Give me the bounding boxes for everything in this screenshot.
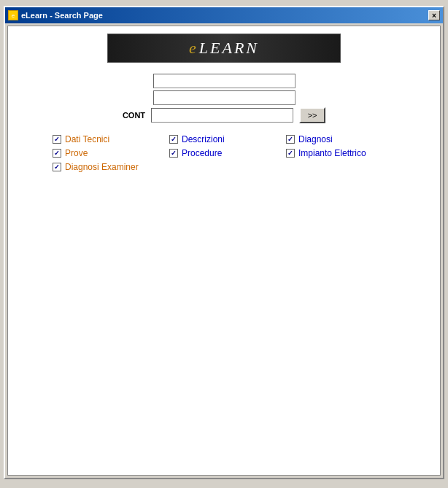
checkbox-item-descrizioni: Descrizioni (169, 134, 286, 144)
title-bar-left: e eLearn - Search Page (8, 10, 103, 20)
checkbox-item-impianto: Impianto Elettrico (286, 148, 403, 158)
checkbox-item-prove: Prove (53, 148, 169, 158)
logo-e: e (189, 39, 199, 57)
label-diagnosi-examiner: Diagnosi Examiner (65, 162, 139, 172)
checkbox-item-diagnosi: Diagnosi (286, 134, 403, 144)
logo: eLEARN (107, 34, 341, 63)
checkbox-descrizioni[interactable] (169, 135, 178, 144)
search-button[interactable]: >> (299, 107, 325, 123)
label-procedure[interactable]: Procedure (182, 148, 222, 158)
search-input-3[interactable] (151, 108, 293, 123)
app-icon: e (8, 10, 18, 20)
cont-row: CONT >> (15, 107, 433, 123)
window-content: eLEARN CONT >> Dati Tecnici Descrizioni (7, 26, 441, 476)
checkbox-item-dati-tecnici: Dati Tecnici (53, 134, 169, 144)
label-diagnosi[interactable]: Diagnosi (298, 134, 333, 144)
checkboxes-container: Dati Tecnici Descrizioni Diagnosi Prove … (53, 134, 403, 172)
checkbox-prove[interactable] (53, 149, 61, 158)
top-inputs (153, 74, 296, 105)
checkbox-diagnosi[interactable] (286, 135, 295, 144)
checkbox-item-procedure: Procedure (169, 148, 286, 158)
checkbox-diagnosi-examiner[interactable] (53, 163, 61, 171)
logo-text: eLEARN (189, 39, 259, 58)
main-window: e eLearn - Search Page × eLEARN CONT >> … (4, 6, 444, 479)
logo-learn: LEARN (199, 39, 259, 57)
label-impianto[interactable]: Impianto Elettrico (298, 148, 366, 158)
checkbox-item-diagnosi-examiner: Diagnosi Examiner (53, 162, 169, 172)
checkbox-impianto[interactable] (286, 149, 295, 158)
window-title: eLearn - Search Page (21, 11, 103, 20)
label-descrizioni[interactable]: Descrizioni (182, 134, 225, 144)
label-dati-tecnici: Dati Tecnici (65, 134, 109, 144)
label-prove: Prove (65, 148, 88, 158)
checkbox-procedure[interactable] (169, 149, 178, 158)
search-input-2[interactable] (153, 90, 296, 105)
search-input-1[interactable] (153, 74, 296, 88)
checkbox-dati-tecnici[interactable] (53, 135, 61, 144)
close-button[interactable]: × (428, 10, 440, 20)
cont-label: CONT (123, 111, 145, 120)
title-bar: e eLearn - Search Page × (5, 7, 443, 23)
